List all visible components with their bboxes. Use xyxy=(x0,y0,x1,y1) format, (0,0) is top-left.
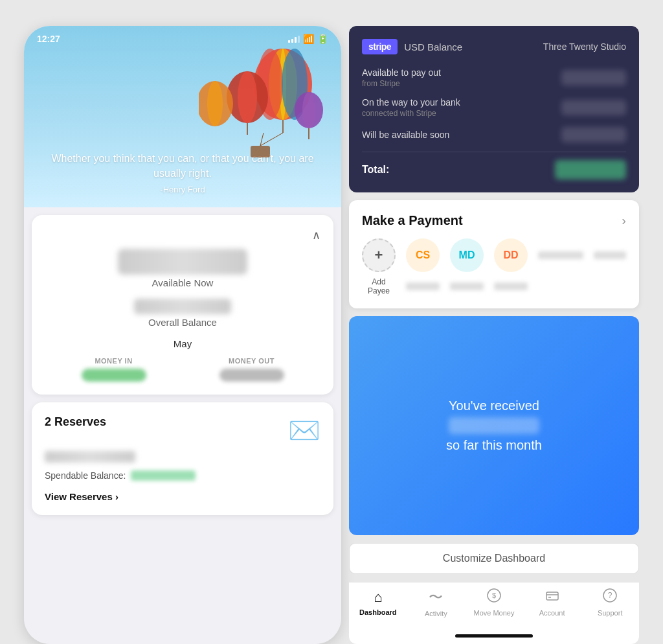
payment-title: Make a Payment xyxy=(362,213,463,228)
overall-label: Overall Balance xyxy=(45,317,320,328)
balloon-decoration xyxy=(199,39,341,168)
support-icon: ? xyxy=(603,588,617,606)
spendable-amount-blur xyxy=(131,470,196,481)
reserves-card: 2 Reserves ✉️ Spendable Balance: View Re… xyxy=(32,402,333,515)
nav-item-support[interactable]: ? Support xyxy=(587,588,633,617)
md-name-blur xyxy=(450,282,484,290)
available-amount-blur xyxy=(118,249,247,275)
svg-rect-16 xyxy=(251,146,270,157)
received-text: You've received xyxy=(449,398,539,413)
add-payee-button[interactable]: + xyxy=(362,238,396,272)
envelope-icon: ✉️ xyxy=(288,415,320,446)
nav-label-move-money: Move Money xyxy=(473,609,514,617)
nav-item-account[interactable]: Account xyxy=(530,588,575,617)
payment-card: Make a Payment › + CS MD DD Add Payee xyxy=(349,200,639,308)
phone-content: ∧ Available Now Overall Balance May MONE… xyxy=(24,207,341,644)
phone-hero: 12:27 📶 🔋 xyxy=(24,26,341,207)
money-out-amount xyxy=(219,369,284,382)
stripe-payout-amount xyxy=(561,70,626,86)
available-label: Available Now xyxy=(45,277,320,288)
stripe-soon-amount xyxy=(561,127,626,143)
nav-label-account: Account xyxy=(539,609,565,617)
svg-text:?: ? xyxy=(608,591,612,600)
dd-name-blur xyxy=(494,282,528,290)
stripe-balance-title: USD Balance xyxy=(404,41,462,52)
stripe-total-amount xyxy=(555,160,626,179)
bottom-nav-wrapper: ⌂ Dashboard 〜 Activity $ Move Money xyxy=(349,582,639,644)
nav-item-dashboard[interactable]: ⌂ Dashboard xyxy=(355,589,401,616)
payee-dd-button[interactable]: DD xyxy=(494,238,528,272)
svg-point-13 xyxy=(207,81,223,126)
stripe-row-2-labels: On the way to your bank connected with S… xyxy=(362,97,460,118)
stripe-logo: stripe xyxy=(362,39,398,54)
received-amount-blur xyxy=(449,417,539,434)
payment-arrow-icon[interactable]: › xyxy=(622,213,626,228)
stripe-soon-label: Will be available soon xyxy=(362,130,449,140)
stripe-card: stripe USD Balance Three Twenty Studio A… xyxy=(349,26,639,192)
svg-point-7 xyxy=(238,71,257,123)
payment-header: Make a Payment › xyxy=(362,213,626,228)
nav-item-move-money[interactable]: $ Move Money xyxy=(471,588,517,617)
svg-rect-19 xyxy=(546,592,558,600)
money-in-label: MONEY IN xyxy=(82,357,146,365)
account-icon xyxy=(545,588,559,606)
add-payee-label: Add Payee xyxy=(362,277,396,295)
stripe-payout-label: Available to pay out xyxy=(362,67,441,78)
stripe-total-row: Total: xyxy=(362,152,626,179)
quote-author: -Henry Ford xyxy=(160,185,205,194)
month-label: May xyxy=(45,338,320,349)
stripe-otw-sublabel: connected with Stripe xyxy=(362,109,460,118)
stripe-row-2: On the way to your bank connected with S… xyxy=(362,97,626,118)
balance-card: ∧ Available Now Overall Balance May MONE… xyxy=(32,215,333,395)
dashboard-icon: ⌂ xyxy=(374,589,382,606)
payee-cs-button[interactable]: CS xyxy=(406,238,440,272)
customize-dashboard-button[interactable]: Customize Dashboard xyxy=(349,543,639,574)
bottom-nav: ⌂ Dashboard 〜 Activity $ Move Money xyxy=(349,582,639,630)
stripe-row-3-labels: Will be available soon xyxy=(362,130,449,140)
svg-point-10 xyxy=(302,92,315,128)
stripe-header: stripe USD Balance Three Twenty Studio xyxy=(362,39,626,54)
stripe-otw-amount xyxy=(561,100,626,115)
nav-item-activity[interactable]: 〜 Activity xyxy=(413,588,458,617)
payee-md-button[interactable]: MD xyxy=(450,238,484,272)
money-out-label: MONEY OUT xyxy=(219,357,284,365)
nav-label-dashboard: Dashboard xyxy=(359,608,396,616)
stripe-otw-label: On the way to your bank xyxy=(362,97,460,108)
move-money-icon: $ xyxy=(487,588,501,606)
overall-amount-blur xyxy=(134,299,231,314)
chevron-up-icon[interactable]: ∧ xyxy=(45,228,320,242)
cs-name-blur xyxy=(406,282,440,290)
money-flow: MONEY IN MONEY OUT xyxy=(45,357,320,382)
payees-row: + CS MD DD xyxy=(362,238,626,272)
money-in-amount xyxy=(82,369,146,382)
spendable-label: Spendable Balance: xyxy=(45,470,126,481)
time-display: 12:27 xyxy=(37,34,60,44)
payee-name-blur-2 xyxy=(594,251,626,259)
activity-icon: 〜 xyxy=(429,588,443,607)
svg-line-15 xyxy=(260,133,283,146)
nav-label-activity: Activity xyxy=(425,610,447,617)
reserves-header: 2 Reserves ✉️ xyxy=(45,415,320,446)
received-card: You've received so far this month xyxy=(349,316,639,535)
stripe-org: Three Twenty Studio xyxy=(543,41,626,52)
received-sub-text: so far this month xyxy=(446,438,542,453)
stripe-total-label: Total: xyxy=(362,164,389,176)
svg-text:$: $ xyxy=(492,592,496,599)
spendable-row: Spendable Balance: xyxy=(45,470,320,481)
money-out-item: MONEY OUT xyxy=(219,357,284,382)
money-in-item: MONEY IN xyxy=(82,357,146,382)
view-reserves-button[interactable]: View Reserves › xyxy=(45,491,320,502)
nav-label-support: Support xyxy=(598,609,623,617)
right-panel: stripe USD Balance Three Twenty Studio A… xyxy=(349,26,639,644)
reserves-title: 2 Reserves xyxy=(45,415,106,429)
stripe-row-3: Will be available soon xyxy=(362,127,626,143)
stripe-row-1-labels: Available to pay out from Stripe xyxy=(362,67,441,88)
stripe-row-1: Available to pay out from Stripe xyxy=(362,67,626,88)
reserves-amount-blur xyxy=(45,451,135,463)
payee-labels: Add Payee xyxy=(362,277,626,295)
phone-panel: 12:27 📶 🔋 xyxy=(24,26,341,644)
stripe-payout-sublabel: from Stripe xyxy=(362,79,441,88)
home-indicator xyxy=(455,634,533,638)
payee-name-blur-1 xyxy=(538,251,583,259)
stripe-logo-area: stripe USD Balance xyxy=(362,39,462,54)
